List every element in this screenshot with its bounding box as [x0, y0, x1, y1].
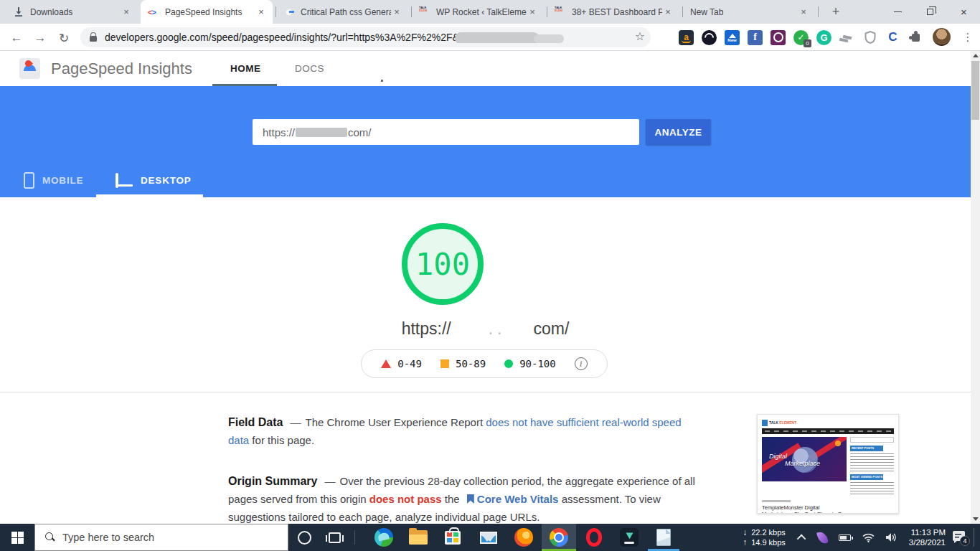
info-icon[interactable]: i: [575, 357, 588, 370]
taskbar-filmora[interactable]: [612, 524, 646, 551]
legend-item-average: 50-89: [440, 358, 486, 369]
url-input[interactable]: https:// com/: [253, 119, 639, 145]
tab-close-icon[interactable]: ×: [662, 6, 674, 18]
scroll-up-arrow[interactable]: [971, 51, 980, 60]
field-data-paragraph: Field Data—The Chrome User Experience Re…: [228, 413, 704, 449]
tab-mobile[interactable]: MOBILE: [18, 163, 97, 197]
cortana-button[interactable]: [288, 524, 320, 551]
tab-close-icon[interactable]: ×: [527, 6, 538, 18]
window-restore-button[interactable]: [914, 0, 946, 23]
clock-time: 11:13 PM: [909, 527, 946, 537]
nav-docs[interactable]: DOCS: [295, 63, 324, 74]
new-label: New: [727, 38, 736, 43]
url-redaction-smudge: [455, 32, 540, 43]
forward-button[interactable]: →: [31, 29, 50, 47]
task-view-button[interactable]: [319, 524, 350, 551]
amazon-assistant-extension-icon[interactable]: a: [679, 30, 694, 45]
scrollbar-thumb[interactable]: [971, 61, 979, 120]
gray-extension-icon[interactable]: [839, 30, 854, 45]
tab-close-icon[interactable]: ×: [255, 6, 267, 18]
legend-range: 0-49: [397, 358, 422, 369]
taskbar-search-input[interactable]: Type here to search: [34, 524, 288, 551]
purple-extension-icon[interactable]: [771, 30, 786, 45]
microsoft-store-icon: [445, 531, 461, 545]
restore-icon: [927, 9, 933, 15]
address-bar[interactable]: developers.google.com/speed/pagespeed/in…: [80, 27, 651, 47]
tab-close-icon[interactable]: ×: [391, 6, 402, 18]
thumb-hero-image: Digital Marketplace: [762, 437, 847, 481]
artifact-dot: [381, 80, 383, 82]
browser-tab-dashboard[interactable]: TALKELEM 38+ BEST Dashboard PS ×: [547, 0, 679, 24]
thumb-search-box: [850, 437, 894, 443]
wifi-icon[interactable]: [862, 533, 875, 542]
window-minimize-button[interactable]: [882, 0, 914, 23]
taskbar-store[interactable]: [435, 524, 470, 551]
browser-menu-icon[interactable]: ⋮: [961, 29, 974, 46]
tab-desktop[interactable]: DESKTOP: [96, 163, 203, 197]
show-desktop-button[interactable]: [974, 528, 974, 547]
thumb-nav-bar: [762, 428, 894, 434]
taskbar-opera[interactable]: [577, 524, 611, 551]
speedtest-extension-icon[interactable]: [702, 30, 717, 45]
tab-close-icon[interactable]: ×: [798, 6, 809, 18]
browser-tab-downloads[interactable]: Downloads ×: [6, 0, 138, 24]
taskbar-file-explorer[interactable]: [401, 524, 435, 551]
volume-icon[interactable]: [886, 532, 897, 542]
back-button[interactable]: ←: [7, 29, 26, 47]
feather-tray-icon[interactable]: [816, 530, 829, 545]
tab-separator: [818, 6, 819, 17]
download-speed: 22.2 kbps: [751, 528, 786, 537]
taskbar-mail[interactable]: [471, 524, 506, 551]
browser-tab-pagespeed[interactable]: <> PageSpeed Insights ×: [141, 0, 273, 24]
core-web-vitals-link[interactable]: Core Web Vitals: [477, 493, 559, 505]
talkelement-favicon-icon: TALKELEM: [419, 6, 430, 18]
result-url: https://..com/: [0, 319, 971, 339]
grammarly-extension-icon[interactable]: G: [816, 30, 831, 45]
scroll-down-arrow[interactable]: [971, 514, 980, 524]
tab-separator: [547, 6, 547, 17]
action-center-button[interactable]: 4: [953, 531, 967, 544]
taskbar-notepad-active[interactable]: [646, 524, 681, 551]
orange-square-icon: [440, 359, 449, 368]
browser-tab-new-tab[interactable]: New Tab ×: [683, 0, 815, 24]
analyze-button[interactable]: ANALYZE: [646, 119, 711, 145]
new-badge-extension-icon[interactable]: New: [725, 30, 740, 45]
bookmark-star-icon[interactable]: ☆: [635, 29, 645, 43]
tab-desktop-label: DESKTOP: [141, 175, 192, 186]
browser-toolbar: ← → ↻ developers.google.com/speed/pagesp…: [0, 24, 980, 51]
tab-close-icon[interactable]: ×: [121, 6, 132, 18]
red-triangle-icon: [381, 359, 391, 368]
does-not-pass-label: does not pass: [369, 493, 442, 505]
extensions-puzzle-icon[interactable]: [908, 30, 923, 45]
task-view-icon: [329, 532, 341, 543]
lock-icon[interactable]: [89, 32, 98, 42]
mail-icon: [480, 532, 497, 544]
origin-summary-heading: Origin Summary: [228, 475, 317, 487]
upload-arrow-icon: ↑: [743, 538, 747, 547]
start-button[interactable]: [0, 524, 34, 551]
url-input-redaction: [296, 128, 347, 137]
shield-extension-icon[interactable]: [862, 30, 877, 45]
browser-tab-wp-rocket[interactable]: TALKELEM WP Rocket ‹ TalkElemen ×: [412, 0, 544, 24]
taskbar-chrome-active[interactable]: [542, 524, 576, 551]
extensions-row: a New f ✓0 G C: [679, 28, 923, 47]
tray-expand-chevron-icon[interactable]: [797, 534, 806, 543]
bookmark-icon: [467, 494, 474, 504]
field-data-text: for this page.: [249, 434, 314, 446]
taskbar-firefox[interactable]: [507, 524, 541, 551]
thumb-headline: TemplateMonster Digital Marketplace: The…: [762, 504, 848, 514]
taskbar-edge[interactable]: [367, 524, 401, 551]
blue-c-extension-icon[interactable]: C: [885, 30, 900, 45]
site-safety-extension-icon[interactable]: ✓0: [793, 30, 809, 45]
nav-home[interactable]: HOME: [230, 63, 261, 74]
thumb-link-lines: [850, 453, 894, 472]
profile-avatar[interactable]: [933, 28, 951, 46]
browser-tab-critical-path[interactable]: Critical Path css Generat ×: [276, 0, 408, 24]
taskbar-clock[interactable]: 11:13 PM 3/28/2021: [909, 527, 946, 547]
window-close-button[interactable]: ×: [948, 0, 980, 23]
new-tab-button[interactable]: +: [826, 3, 845, 22]
reload-button[interactable]: ↻: [55, 29, 73, 47]
facebook-extension-icon[interactable]: f: [748, 30, 763, 45]
battery-icon[interactable]: [839, 534, 851, 541]
tab-separator: [411, 6, 412, 17]
